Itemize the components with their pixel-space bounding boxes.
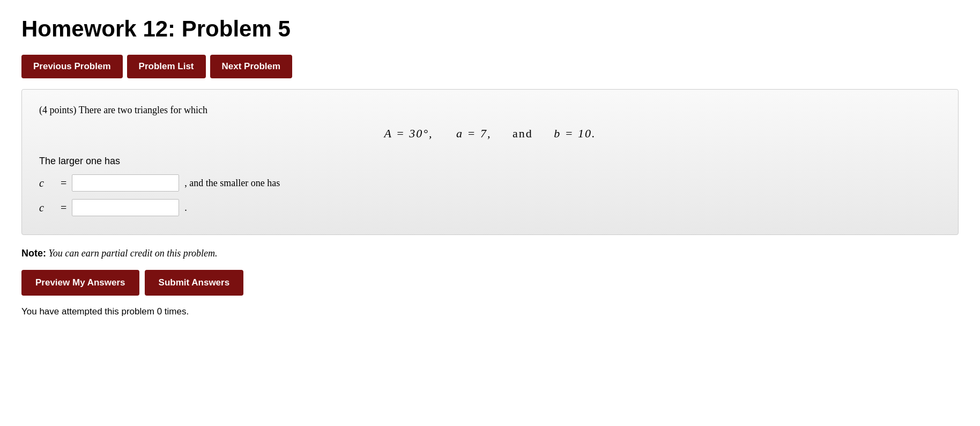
note-bold: Note: [21,248,46,259]
c-label-1: c [39,177,55,189]
math-a: a = 7, [456,127,491,140]
note-italic: You can earn partial credit on this prob… [49,248,218,259]
eq-sign-2: = [61,202,66,214]
nav-buttons: Previous Problem Problem List Next Probl… [21,55,959,78]
next-problem-button[interactable]: Next Problem [210,55,293,78]
action-buttons: Preview My Answers Submit Answers [21,270,959,296]
larger-label: The larger one has [39,156,941,167]
math-b: b = 10. [554,127,596,140]
answer-section: The larger one has c = , and the smaller… [39,156,941,219]
math-and: and [513,127,533,140]
previous-problem-button[interactable]: Previous Problem [21,55,123,78]
page-title: Homework 12: Problem 5 [21,16,959,42]
preview-answers-button[interactable]: Preview My Answers [21,270,139,296]
note-section: Note: You can earn partial credit on thi… [21,248,959,259]
smaller-c-input[interactable] [72,199,179,216]
eq-sign-1: = [61,177,66,189]
smaller-answer-row: c = . [39,199,941,216]
submit-answers-button[interactable]: Submit Answers [145,270,244,296]
larger-answer-row: c = , and the smaller one has [39,174,941,192]
larger-c-input[interactable] [72,174,179,192]
end-period: . [184,202,187,214]
problem-intro: (4 points) There are two triangles for w… [39,105,941,116]
math-equation: A = 30°, a = 7, and b = 10. [39,127,941,141]
problem-list-button[interactable]: Problem List [127,55,206,78]
c-label-2: c [39,202,55,214]
math-A: A = 30°, [384,127,433,140]
separator-text: , and the smaller one has [184,178,280,189]
problem-box: (4 points) There are two triangles for w… [21,89,959,235]
attempts-text: You have attempted this problem 0 times. [21,306,959,317]
